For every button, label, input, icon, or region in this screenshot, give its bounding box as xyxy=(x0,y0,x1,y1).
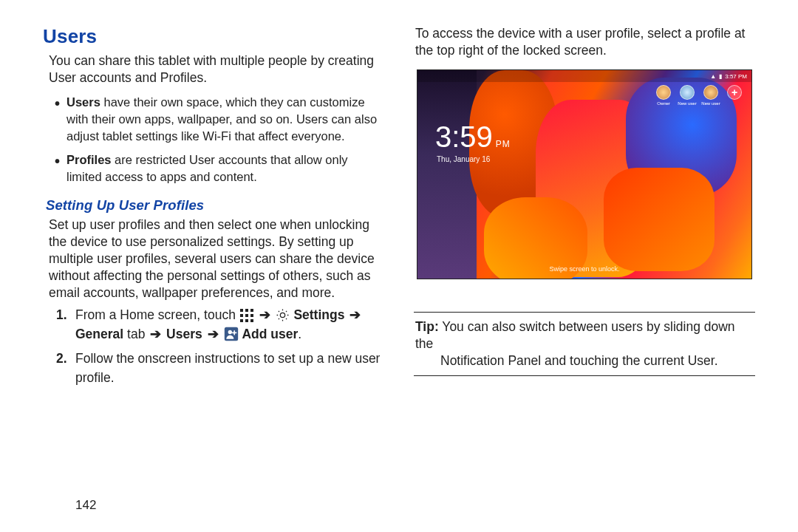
status-battery-icon: ▮ xyxy=(719,73,722,80)
lockscreen-status-bar: ▲ ▮ 3:57 PM xyxy=(417,70,751,82)
profile-avatar: Owner xyxy=(654,85,673,106)
arrow-icon: ➔ xyxy=(258,307,272,322)
svg-rect-4 xyxy=(245,314,248,317)
page-number: 142 xyxy=(75,498,96,513)
lockscreen-profiles: Owner New user New user + xyxy=(654,85,744,106)
status-time: 3:57 PM xyxy=(725,73,747,80)
tip-separator-top xyxy=(414,312,755,313)
lockscreen-screenshot: ▲ ▮ 3:57 PM Owner New user New user + 3:… xyxy=(417,69,752,279)
step-2: Follow the onscreen instructions to set … xyxy=(59,349,384,387)
svg-rect-7 xyxy=(245,319,248,322)
tip-text: Tip: You can also switch between users b… xyxy=(414,318,755,369)
lockscreen-date: Thu, January 16 xyxy=(437,155,511,163)
heading-users: Users xyxy=(43,25,384,48)
right-column: To access the device with a user profile… xyxy=(414,25,755,393)
arrow-icon: ➔ xyxy=(206,327,220,341)
tip-separator-bottom xyxy=(414,375,755,376)
svg-rect-3 xyxy=(240,314,243,317)
add-user-icon xyxy=(224,327,239,341)
arrow-icon: ➔ xyxy=(149,327,163,341)
svg-rect-2 xyxy=(250,309,253,312)
apps-grid-icon xyxy=(239,308,254,323)
profile-avatar: New user xyxy=(701,85,720,106)
arrow-icon: ➔ xyxy=(348,307,362,322)
section-heading: Setting Up User Profiles xyxy=(43,197,384,214)
bullet-users: Users have their own space, which they c… xyxy=(58,94,384,144)
svg-rect-8 xyxy=(250,319,253,322)
svg-rect-0 xyxy=(240,309,243,312)
profile-add: + xyxy=(725,85,744,106)
step-1: From a Home screen, touch ➔ Settings ➔ G… xyxy=(59,306,384,344)
profile-avatar: New user xyxy=(678,85,697,106)
intro-paragraph: You can share this tablet with multiple … xyxy=(43,52,384,86)
right-intro: To access the device with a user profile… xyxy=(414,25,755,59)
lockscreen-swipe-hint: Swipe screen to unlock. xyxy=(417,265,751,273)
settings-gear-icon xyxy=(276,308,290,323)
bullet-profiles: Profiles are restricted User accounts th… xyxy=(58,151,384,185)
svg-point-10 xyxy=(228,330,231,334)
section-body: Set up user profiles and then select one… xyxy=(43,216,384,301)
left-column: Users You can share this tablet with mul… xyxy=(43,25,384,393)
svg-rect-5 xyxy=(250,314,253,317)
lockscreen-clock: 3:59PM Thu, January 16 xyxy=(435,120,511,163)
svg-rect-1 xyxy=(245,309,248,312)
svg-rect-6 xyxy=(240,319,243,322)
status-wifi-icon: ▲ xyxy=(710,73,716,80)
